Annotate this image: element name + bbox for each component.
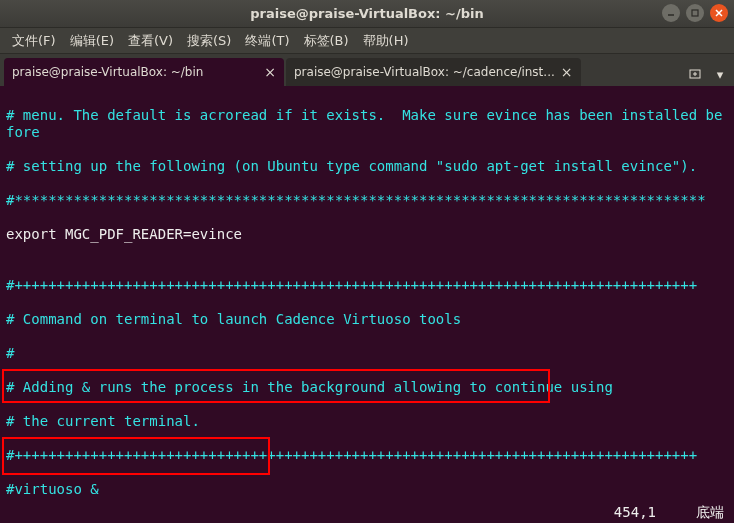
- tab-1-label: praise@praise-VirtualBox: ~/cadence/inst…: [294, 65, 555, 79]
- new-tab-button[interactable]: [682, 62, 708, 86]
- menu-terminal[interactable]: 终端(T): [239, 29, 295, 53]
- tab-0-close-icon[interactable]: ×: [264, 64, 276, 80]
- tab-0[interactable]: praise@praise-VirtualBox: ~/bin ×: [4, 58, 284, 86]
- svg-rect-1: [692, 10, 698, 16]
- window-title: praise@praise-VirtualBox: ~/bin: [0, 6, 734, 21]
- window-title-bar: praise@praise-VirtualBox: ~/bin: [0, 0, 734, 28]
- tab-dropdown-icon[interactable]: ▾: [710, 62, 730, 86]
- menu-search[interactable]: 搜索(S): [181, 29, 237, 53]
- tab-1[interactable]: praise@praise-VirtualBox: ~/cadence/inst…: [286, 58, 581, 86]
- tab-1-close-icon[interactable]: ×: [561, 64, 573, 80]
- menu-tabs[interactable]: 标签(B): [298, 29, 355, 53]
- window-controls: [662, 4, 728, 22]
- menu-edit[interactable]: 编辑(E): [64, 29, 120, 53]
- close-button[interactable]: [710, 4, 728, 22]
- term-line: #: [6, 345, 728, 362]
- menu-file[interactable]: 文件(F): [6, 29, 62, 53]
- term-line: # the current terminal.: [6, 413, 728, 430]
- term-line: # Adding & runs the process in the backg…: [6, 379, 728, 396]
- terminal-content[interactable]: # menu. The default is acroread if it ex…: [0, 86, 734, 523]
- term-line: # menu. The default is acroread if it ex…: [6, 107, 728, 141]
- term-line: export MGC_PDF_READER=evince: [6, 226, 728, 243]
- term-line: #virtuoso &: [6, 481, 728, 498]
- minimize-button[interactable]: [662, 4, 680, 22]
- term-line: # Command on terminal to launch Cadence …: [6, 311, 728, 328]
- term-line: # setting up the following (on Ubuntu ty…: [6, 158, 728, 175]
- menu-bar: 文件(F) 编辑(E) 查看(V) 搜索(S) 终端(T) 标签(B) 帮助(H…: [0, 28, 734, 54]
- term-line: #+++++++++++++++++++++++++++++++++++++++…: [6, 277, 728, 294]
- cursor-position: 454,1: [614, 504, 656, 521]
- maximize-button[interactable]: [686, 4, 704, 22]
- menu-help[interactable]: 帮助(H): [357, 29, 415, 53]
- vim-status-bar: 454,1 底端: [614, 504, 724, 521]
- scroll-position: 底端: [696, 504, 724, 521]
- tab-0-label: praise@praise-VirtualBox: ~/bin: [12, 65, 258, 79]
- term-line: #***************************************…: [6, 192, 728, 209]
- menu-view[interactable]: 查看(V): [122, 29, 179, 53]
- term-line: #+++++++++++++++++++++++++++++++++++++++…: [6, 447, 728, 464]
- tabs-bar: praise@praise-VirtualBox: ~/bin × praise…: [0, 54, 734, 86]
